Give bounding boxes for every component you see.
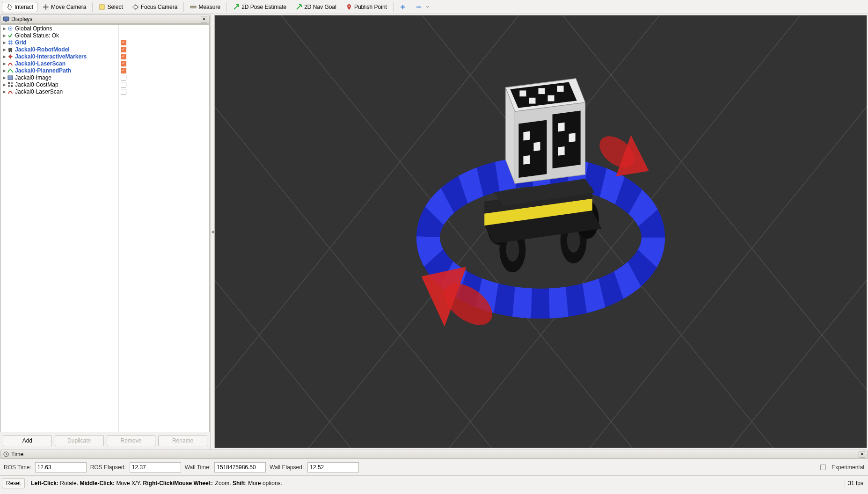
svg-point-11 bbox=[9, 55, 12, 58]
tool-2d-nav-goal[interactable]: 2D Nav Goal bbox=[292, 2, 341, 12]
close-icon[interactable]: ✕ bbox=[859, 451, 865, 458]
clock-icon bbox=[3, 451, 9, 458]
expand-arrow-icon[interactable]: ▶ bbox=[3, 54, 7, 59]
checkbox[interactable] bbox=[121, 82, 126, 87]
svg-rect-48 bbox=[523, 131, 530, 141]
svg-rect-47 bbox=[553, 111, 581, 169]
add-button[interactable]: Add bbox=[3, 435, 52, 446]
ros-elapsed-input[interactable] bbox=[130, 462, 181, 472]
laser-icon bbox=[7, 61, 14, 66]
expand-arrow-icon[interactable]: ▶ bbox=[3, 75, 7, 80]
wall-time-input[interactable] bbox=[214, 462, 266, 472]
tool-interact[interactable]: Interact bbox=[2, 2, 37, 12]
tree-item-global-options[interactable]: ▶ Global Options bbox=[1, 25, 118, 32]
svg-rect-59 bbox=[548, 95, 554, 102]
svg-rect-13 bbox=[8, 82, 10, 84]
ros-time-input[interactable] bbox=[35, 462, 87, 472]
ros-elapsed-label: ROS Elapsed: bbox=[90, 464, 126, 471]
expand-arrow-icon[interactable]: ▶ bbox=[3, 47, 7, 52]
ros-time-label: ROS Time: bbox=[4, 464, 31, 471]
expand-arrow-icon[interactable]: ▶ bbox=[3, 61, 7, 66]
svg-line-26 bbox=[215, 15, 351, 448]
tool-plus[interactable] bbox=[395, 2, 410, 12]
checkbox[interactable] bbox=[121, 75, 126, 80]
svg-rect-51 bbox=[558, 123, 565, 132]
vertical-splitter[interactable]: ◂ bbox=[211, 14, 214, 449]
svg-rect-56 bbox=[538, 88, 545, 94]
tool-label: Interact bbox=[15, 4, 33, 10]
time-panel-header[interactable]: Time ✕ bbox=[0, 450, 868, 459]
expand-arrow-icon[interactable]: ▶ bbox=[3, 40, 7, 45]
checkbox[interactable] bbox=[121, 61, 126, 66]
checkbox[interactable] bbox=[121, 68, 126, 73]
svg-line-21 bbox=[730, 15, 867, 448]
svg-point-1 bbox=[134, 5, 138, 9]
close-icon[interactable]: ✕ bbox=[201, 16, 207, 22]
separator bbox=[92, 2, 93, 12]
tool-select[interactable]: Select bbox=[95, 2, 127, 12]
svg-rect-46 bbox=[518, 120, 547, 178]
svg-rect-58 bbox=[529, 98, 535, 104]
tree-item-image[interactable]: ▶ Jackal0-Image bbox=[1, 74, 118, 81]
checkbox[interactable] bbox=[121, 89, 126, 94]
tree-labels-column: ▶ Global Options ▶ Global Status: Ok ▶ G… bbox=[1, 25, 119, 432]
ruler-icon bbox=[190, 4, 197, 10]
tree-item-grid[interactable]: ▶ Grid bbox=[1, 39, 118, 46]
expand-arrow-icon[interactable]: ▶ bbox=[3, 68, 7, 73]
tree-values-column bbox=[119, 25, 209, 432]
tree-item-label: Jackal0-InteractiveMarkers bbox=[14, 53, 87, 60]
svg-rect-15 bbox=[8, 85, 10, 87]
displays-buttons: Add Duplicate Remove Rename bbox=[0, 432, 210, 449]
experimental-checkbox[interactable] bbox=[820, 465, 826, 470]
3d-viewport[interactable] bbox=[214, 15, 867, 448]
svg-rect-55 bbox=[519, 90, 526, 96]
checkbox[interactable] bbox=[121, 47, 126, 52]
checkbox[interactable] bbox=[121, 54, 126, 59]
expand-arrow-icon[interactable]: ▶ bbox=[3, 33, 7, 38]
tree-item-planned-path[interactable]: ▶ Jackal0-PlannedPath bbox=[1, 67, 118, 74]
image-icon bbox=[7, 75, 14, 80]
tree-item-global-status[interactable]: ▶ Global Status: Ok bbox=[1, 32, 118, 39]
svg-rect-49 bbox=[533, 142, 540, 151]
tree-item-laser-scan[interactable]: ▶ Jackal0-LaserScan bbox=[1, 60, 118, 67]
crosshair-icon bbox=[132, 4, 139, 10]
tool-minus-dropdown[interactable] bbox=[411, 2, 435, 12]
tool-move-camera[interactable]: Move Camera bbox=[38, 2, 90, 12]
svg-point-7 bbox=[10, 28, 11, 29]
remove-button[interactable]: Remove bbox=[107, 435, 156, 446]
tree-item-robot-model[interactable]: ▶ Jackal0-RobotModel bbox=[1, 46, 118, 53]
displays-tree[interactable]: ▶ Global Options ▶ Global Status: Ok ▶ G… bbox=[0, 24, 210, 432]
svg-rect-0 bbox=[100, 5, 104, 9]
expand-arrow-icon[interactable]: ▶ bbox=[3, 89, 7, 94]
tool-2d-pose-estimate[interactable]: 2D Pose Estimate bbox=[229, 2, 291, 12]
expand-arrow-icon[interactable]: ▶ bbox=[3, 26, 7, 31]
wall-elapsed-input[interactable] bbox=[307, 462, 359, 472]
svg-rect-14 bbox=[11, 82, 13, 84]
tree-item-laser-scan-2[interactable]: ▶ Jackal0-LaserScan bbox=[1, 88, 118, 95]
checkbox[interactable] bbox=[121, 40, 126, 45]
tree-item-costmap[interactable]: ▶ Jackal0-CostMap bbox=[1, 81, 118, 88]
svg-rect-12 bbox=[8, 76, 13, 80]
plus-blue-icon bbox=[400, 4, 406, 10]
panel-title: Displays bbox=[11, 16, 32, 22]
displays-sidebar: Displays ✕ ▶ Global Options ▶ Global Sta… bbox=[0, 14, 211, 449]
select-rect-icon bbox=[99, 4, 105, 10]
minus-blue-icon bbox=[416, 4, 422, 10]
tool-label: 2D Pose Estimate bbox=[241, 4, 286, 10]
experimental-label: Experimental bbox=[832, 464, 864, 471]
duplicate-button[interactable]: Duplicate bbox=[55, 435, 104, 446]
tool-publish-point[interactable]: Publish Point bbox=[342, 2, 391, 12]
rename-button[interactable]: Rename bbox=[158, 435, 207, 446]
reset-button[interactable]: Reset bbox=[2, 478, 25, 488]
svg-rect-5 bbox=[5, 21, 7, 22]
gear-icon bbox=[7, 26, 14, 31]
displays-panel-header[interactable]: Displays ✕ bbox=[0, 15, 210, 24]
tool-label: Focus Camera bbox=[141, 4, 178, 10]
tool-measure[interactable]: Measure bbox=[186, 2, 225, 12]
arrow-green-icon bbox=[296, 4, 302, 10]
tool-focus-camera[interactable]: Focus Camera bbox=[128, 2, 182, 12]
path-green-icon bbox=[7, 68, 14, 73]
tree-item-interactive-markers[interactable]: ▶ Jackal0-InteractiveMarkers bbox=[1, 53, 118, 60]
svg-rect-8 bbox=[8, 48, 12, 51]
expand-arrow-icon[interactable]: ▶ bbox=[3, 82, 7, 87]
